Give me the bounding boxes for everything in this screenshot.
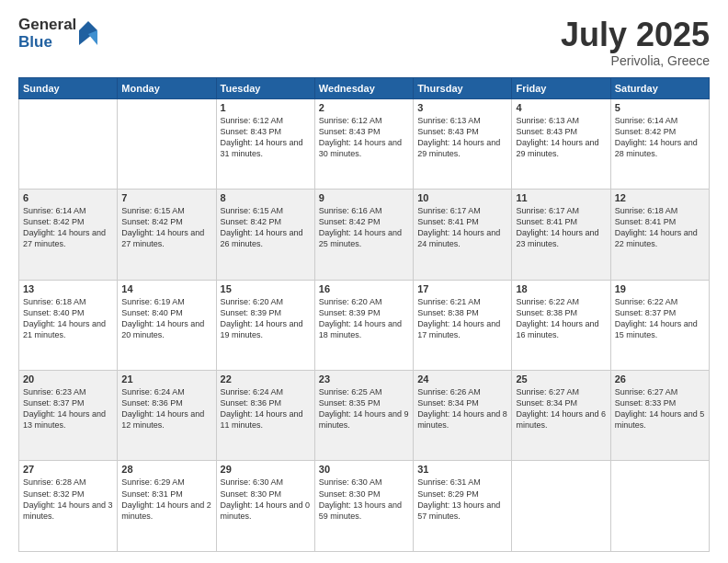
day-number: 17	[417, 283, 507, 294]
table-row: 26Sunrise: 6:27 AM Sunset: 8:33 PM Dayli…	[610, 371, 709, 461]
day-info: Sunrise: 6:21 AM Sunset: 8:38 PM Dayligh…	[417, 296, 507, 341]
day-number: 25	[516, 373, 606, 385]
header-saturday: Saturday	[610, 77, 709, 98]
day-info: Sunrise: 6:31 AM Sunset: 8:29 PM Dayligh…	[417, 477, 507, 522]
day-info: Sunrise: 6:12 AM Sunset: 8:43 PM Dayligh…	[221, 115, 311, 160]
day-number: 28	[121, 464, 211, 475]
table-row: 10Sunrise: 6:17 AM Sunset: 8:41 PM Dayli…	[414, 190, 512, 280]
table-row: 14Sunrise: 6:19 AM Sunset: 8:40 PM Dayli…	[118, 280, 216, 370]
day-info: Sunrise: 6:13 AM Sunset: 8:43 PM Dayligh…	[516, 115, 606, 160]
table-row: 12Sunrise: 6:18 AM Sunset: 8:41 PM Dayli…	[610, 190, 709, 280]
day-number: 19	[615, 283, 705, 294]
day-number: 16	[319, 283, 409, 294]
table-row	[19, 98, 118, 189]
logo-blue: Blue	[18, 34, 76, 52]
table-row: 13Sunrise: 6:18 AM Sunset: 8:40 PM Dayli…	[19, 280, 118, 370]
table-row: 17Sunrise: 6:21 AM Sunset: 8:38 PM Dayli…	[414, 280, 512, 370]
day-number: 15	[221, 283, 311, 294]
day-info: Sunrise: 6:20 AM Sunset: 8:39 PM Dayligh…	[221, 296, 311, 341]
calendar-week-row: 20Sunrise: 6:23 AM Sunset: 8:37 PM Dayli…	[19, 371, 710, 461]
table-row: 11Sunrise: 6:17 AM Sunset: 8:41 PM Dayli…	[512, 190, 610, 280]
table-row: 22Sunrise: 6:24 AM Sunset: 8:36 PM Dayli…	[216, 371, 314, 461]
table-row: 4Sunrise: 6:13 AM Sunset: 8:43 PM Daylig…	[512, 98, 610, 189]
day-number: 18	[516, 283, 606, 294]
logo-general: General	[18, 17, 76, 34]
title-block: July 2025 Perivolia, Greece	[561, 17, 710, 68]
day-info: Sunrise: 6:27 AM Sunset: 8:33 PM Dayligh…	[615, 386, 705, 431]
day-info: Sunrise: 6:20 AM Sunset: 8:39 PM Dayligh…	[319, 296, 409, 341]
table-row: 16Sunrise: 6:20 AM Sunset: 8:39 PM Dayli…	[314, 280, 413, 370]
day-info: Sunrise: 6:13 AM Sunset: 8:43 PM Dayligh…	[417, 115, 507, 160]
day-number: 8	[221, 192, 311, 203]
header-tuesday: Tuesday	[216, 77, 314, 98]
header-thursday: Thursday	[414, 77, 512, 98]
day-number: 27	[23, 464, 113, 475]
table-row: 19Sunrise: 6:22 AM Sunset: 8:37 PM Dayli…	[610, 280, 709, 370]
day-info: Sunrise: 6:15 AM Sunset: 8:42 PM Dayligh…	[121, 205, 211, 250]
table-row: 5Sunrise: 6:14 AM Sunset: 8:42 PM Daylig…	[610, 98, 709, 189]
day-info: Sunrise: 6:29 AM Sunset: 8:31 PM Dayligh…	[121, 477, 211, 522]
logo-icon	[79, 21, 97, 45]
day-info: Sunrise: 6:23 AM Sunset: 8:37 PM Dayligh…	[23, 386, 113, 431]
day-number: 5	[615, 102, 705, 113]
table-row: 25Sunrise: 6:27 AM Sunset: 8:34 PM Dayli…	[512, 371, 610, 461]
table-row: 24Sunrise: 6:26 AM Sunset: 8:34 PM Dayli…	[414, 371, 512, 461]
day-info: Sunrise: 6:19 AM Sunset: 8:40 PM Dayligh…	[121, 296, 211, 341]
day-number: 2	[319, 102, 409, 113]
day-number: 21	[121, 373, 211, 385]
day-info: Sunrise: 6:12 AM Sunset: 8:43 PM Dayligh…	[319, 115, 409, 160]
logo: General Blue	[18, 17, 97, 51]
day-number: 23	[319, 373, 409, 385]
header-friday: Friday	[512, 77, 610, 98]
title-month: July 2025	[561, 17, 710, 53]
calendar-week-row: 1Sunrise: 6:12 AM Sunset: 8:43 PM Daylig…	[19, 98, 710, 189]
day-info: Sunrise: 6:30 AM Sunset: 8:30 PM Dayligh…	[221, 477, 311, 522]
day-info: Sunrise: 6:28 AM Sunset: 8:32 PM Dayligh…	[23, 477, 113, 522]
day-number: 10	[417, 192, 507, 203]
day-number: 22	[221, 373, 311, 385]
day-number: 14	[121, 283, 211, 294]
table-row: 20Sunrise: 6:23 AM Sunset: 8:37 PM Dayli…	[19, 371, 118, 461]
header: General Blue July 2025 Perivolia, Greece	[18, 17, 710, 68]
table-row: 1Sunrise: 6:12 AM Sunset: 8:43 PM Daylig…	[216, 98, 314, 189]
day-number: 29	[221, 464, 311, 475]
day-info: Sunrise: 6:24 AM Sunset: 8:36 PM Dayligh…	[121, 386, 211, 431]
table-row: 28Sunrise: 6:29 AM Sunset: 8:31 PM Dayli…	[118, 461, 216, 552]
header-wednesday: Wednesday	[314, 77, 413, 98]
table-row: 9Sunrise: 6:16 AM Sunset: 8:42 PM Daylig…	[314, 190, 413, 280]
table-row: 6Sunrise: 6:14 AM Sunset: 8:42 PM Daylig…	[19, 190, 118, 280]
day-number: 20	[23, 373, 113, 385]
day-number: 7	[121, 192, 211, 203]
calendar-table: Sunday Monday Tuesday Wednesday Thursday…	[18, 77, 710, 552]
day-number: 26	[615, 373, 705, 385]
table-row: 15Sunrise: 6:20 AM Sunset: 8:39 PM Dayli…	[216, 280, 314, 370]
day-number: 13	[23, 283, 113, 294]
day-number: 6	[23, 192, 113, 203]
table-row: 30Sunrise: 6:30 AM Sunset: 8:30 PM Dayli…	[314, 461, 413, 552]
day-info: Sunrise: 6:17 AM Sunset: 8:41 PM Dayligh…	[516, 205, 606, 250]
day-info: Sunrise: 6:27 AM Sunset: 8:34 PM Dayligh…	[516, 386, 606, 431]
table-row: 21Sunrise: 6:24 AM Sunset: 8:36 PM Dayli…	[118, 371, 216, 461]
day-info: Sunrise: 6:24 AM Sunset: 8:36 PM Dayligh…	[221, 386, 311, 431]
day-number: 30	[319, 464, 409, 475]
table-row: 3Sunrise: 6:13 AM Sunset: 8:43 PM Daylig…	[414, 98, 512, 189]
day-number: 24	[417, 373, 507, 385]
day-info: Sunrise: 6:16 AM Sunset: 8:42 PM Dayligh…	[319, 205, 409, 250]
table-row: 27Sunrise: 6:28 AM Sunset: 8:32 PM Dayli…	[19, 461, 118, 552]
page: General Blue July 2025 Perivolia, Greece…	[0, 0, 728, 563]
calendar-week-row: 6Sunrise: 6:14 AM Sunset: 8:42 PM Daylig…	[19, 190, 710, 280]
table-row: 31Sunrise: 6:31 AM Sunset: 8:29 PM Dayli…	[414, 461, 512, 552]
day-number: 31	[417, 464, 507, 475]
table-row: 8Sunrise: 6:15 AM Sunset: 8:42 PM Daylig…	[216, 190, 314, 280]
day-number: 12	[615, 192, 705, 203]
day-info: Sunrise: 6:26 AM Sunset: 8:34 PM Dayligh…	[417, 386, 507, 431]
header-sunday: Sunday	[19, 77, 118, 98]
day-info: Sunrise: 6:25 AM Sunset: 8:35 PM Dayligh…	[319, 386, 409, 431]
table-row: 7Sunrise: 6:15 AM Sunset: 8:42 PM Daylig…	[118, 190, 216, 280]
table-row: 23Sunrise: 6:25 AM Sunset: 8:35 PM Dayli…	[314, 371, 413, 461]
day-number: 3	[417, 102, 507, 113]
table-row: 29Sunrise: 6:30 AM Sunset: 8:30 PM Dayli…	[216, 461, 314, 552]
header-monday: Monday	[118, 77, 216, 98]
day-info: Sunrise: 6:22 AM Sunset: 8:38 PM Dayligh…	[516, 296, 606, 341]
day-info: Sunrise: 6:14 AM Sunset: 8:42 PM Dayligh…	[615, 115, 705, 160]
